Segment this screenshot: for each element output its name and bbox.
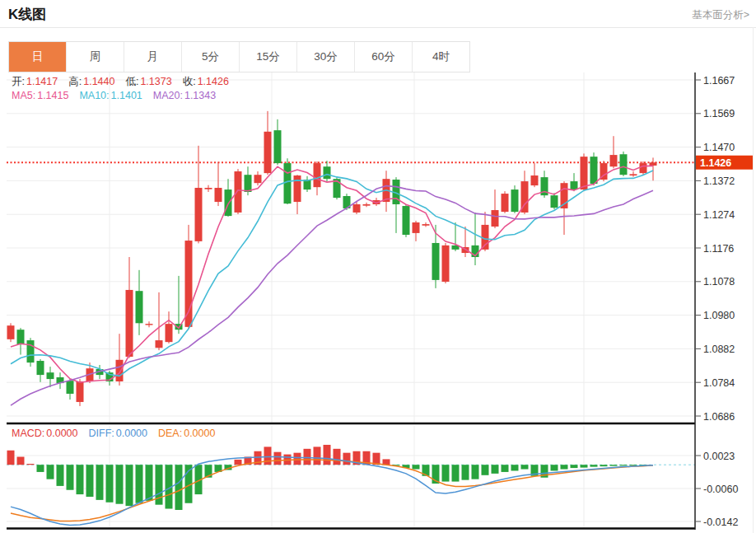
- price-axis-label: 1.0784: [703, 377, 735, 389]
- macd-histogram-bar: [146, 465, 153, 501]
- macd-histogram-bar: [511, 465, 519, 470]
- candle-body: [590, 157, 598, 184]
- macd-histogram-bar: [324, 445, 331, 465]
- legend-value: 0.0000: [116, 428, 147, 439]
- macd-histogram-bar: [610, 465, 618, 465]
- candle-body: [126, 290, 133, 357]
- candle-body: [136, 291, 143, 323]
- candle-body: [116, 360, 124, 381]
- candle-body: [146, 324, 153, 325]
- price-axis-label: 1.0882: [703, 344, 735, 355]
- legend-label: 低:: [125, 76, 138, 87]
- macd-axis-label: -0.0142: [703, 517, 738, 528]
- legend-value: 1.1426: [198, 76, 229, 87]
- legend-value: 0.0000: [46, 428, 77, 439]
- macd-histogram-bar: [17, 457, 25, 465]
- macd-axis-label: 0.0023: [703, 451, 735, 462]
- macd-histogram-bar: [77, 465, 84, 494]
- candle-body: [284, 163, 292, 203]
- macd-histogram-bar: [235, 460, 242, 465]
- candle-body: [571, 181, 578, 189]
- legend-item: MA5:1.1415: [12, 90, 79, 101]
- candle-body: [294, 175, 301, 202]
- legend-item: DIFF:0.0000: [89, 428, 158, 439]
- macd-histogram-bar: [37, 465, 44, 472]
- macd-histogram-bar: [136, 465, 143, 503]
- macd-histogram-bar: [47, 465, 54, 479]
- candle-body: [7, 325, 15, 339]
- macd-histogram-bar: [86, 465, 94, 497]
- candle-body: [27, 340, 35, 362]
- candle-body: [274, 130, 282, 163]
- macd-histogram-bar: [343, 453, 351, 465]
- price-axis-label: 1.0686: [703, 411, 735, 423]
- macd-histogram-bar: [294, 453, 301, 465]
- legend-label: MACD:: [12, 428, 44, 439]
- legend-label: MA10:: [79, 90, 109, 101]
- candle-body: [531, 175, 539, 185]
- legend-value: 0.0000: [184, 428, 215, 439]
- candle-body: [264, 132, 272, 173]
- candle-body: [77, 381, 84, 402]
- macd-histogram-bar: [334, 449, 341, 465]
- macd-histogram-bar: [7, 451, 15, 465]
- macd-histogram-bar: [57, 465, 64, 486]
- legend-value: 1.1343: [184, 90, 216, 101]
- macd-legend: MACD:0.0000DIFF:0.0000DEA:0.0000: [12, 428, 226, 439]
- macd-histogram-bar: [106, 465, 114, 503]
- macd-histogram-bar: [502, 465, 509, 472]
- candle-body: [610, 155, 618, 166]
- ma-legend: MA5:1.1415MA10:1.1401MA20:1.1343: [12, 90, 226, 101]
- candle-body: [620, 154, 628, 175]
- macd-axis-label: -0.0060: [703, 484, 738, 495]
- legend-item: 高:1.1440: [68, 76, 125, 87]
- candle-body: [363, 204, 371, 206]
- macd-histogram-bar: [551, 465, 558, 470]
- macd-histogram-bar: [116, 465, 124, 504]
- candle-body: [630, 174, 637, 175]
- price-axis-label: 1.1274: [703, 209, 735, 221]
- candle-body: [17, 330, 25, 344]
- macd-histogram-bar: [67, 465, 74, 490]
- candle-body: [324, 166, 331, 179]
- price-axis-label: 1.1078: [703, 276, 735, 288]
- macd-plot-area[interactable]: [0, 426, 695, 528]
- legend-item: 收:1.1426: [183, 76, 240, 87]
- macd-histogram-bar: [442, 465, 450, 481]
- candle-body: [492, 210, 499, 227]
- candle-body: [195, 188, 203, 241]
- candle-body: [215, 188, 222, 202]
- legend-value: 1.1415: [37, 90, 68, 101]
- macd-histogram-bar: [581, 465, 588, 467]
- legend-item: MA10:1.1401: [79, 90, 152, 101]
- candle-body: [156, 340, 163, 348]
- candle-body: [353, 204, 361, 213]
- ohlc-legend: 开:1.1417高:1.1440低:1.1373收:1.1426: [12, 75, 240, 89]
- candle-body: [67, 381, 74, 394]
- price-axis-label: 1.1176: [703, 243, 734, 255]
- candle-body: [581, 157, 588, 189]
- candle-body: [511, 189, 519, 212]
- legend-value: 1.1440: [83, 76, 114, 87]
- macd-histogram-bar: [27, 464, 35, 465]
- candle-body: [205, 188, 212, 189]
- candle-body: [47, 372, 54, 379]
- legend-label: MA5:: [12, 90, 35, 101]
- price-axis-label: 1.1569: [703, 108, 735, 119]
- macd-histogram-bar: [620, 465, 628, 465]
- candle-body: [314, 163, 321, 187]
- macd-histogram-bar: [492, 465, 499, 474]
- legend-label: 收:: [183, 76, 196, 87]
- legend-label: 开:: [12, 76, 25, 87]
- price-axis-label: 1.1372: [703, 175, 735, 187]
- candle-body: [502, 194, 509, 212]
- macd-histogram-bar: [482, 465, 489, 475]
- price-axis-label: 1.1470: [703, 142, 735, 153]
- macd-histogram-bar: [462, 465, 469, 479]
- legend-item: MA20:1.1343: [153, 90, 226, 101]
- macd-histogram-bar: [600, 465, 608, 466]
- macd-histogram-bar: [452, 465, 460, 481]
- macd-histogram-bar: [472, 465, 479, 479]
- price-axis-label: 1.0980: [703, 310, 735, 321]
- macd-histogram-bar: [590, 465, 598, 466]
